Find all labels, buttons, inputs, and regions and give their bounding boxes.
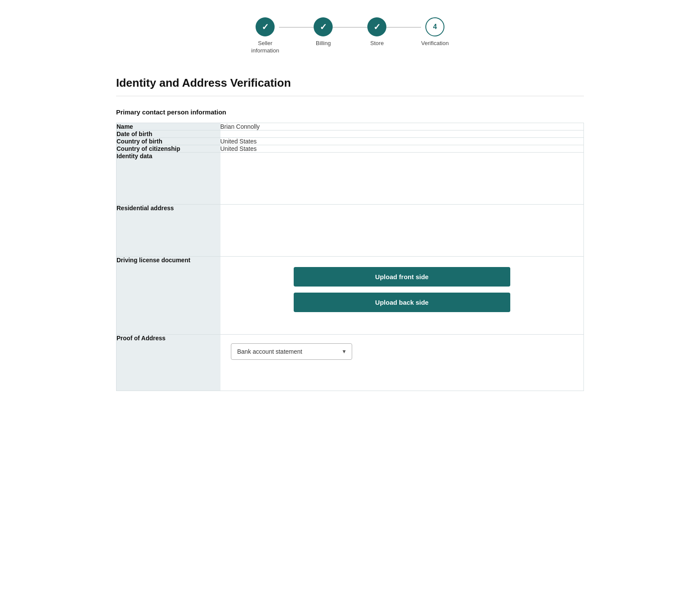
value-dob [220, 130, 584, 137]
step-label-1: Sellerinformation [251, 40, 279, 55]
step-label-4: Verification [421, 40, 449, 47]
step-circle-2: ✓ [314, 17, 333, 36]
label-identity: Identity data [117, 152, 220, 204]
step-label-3: Store [370, 40, 384, 47]
step-verification: 4 Verification [421, 17, 449, 47]
stepper: ✓ Sellerinformation ✓ Billing ✓ Store 4 … [116, 17, 584, 55]
label-driving-license: Driving license document [117, 256, 220, 334]
info-table: Name Brian Connolly Date of birth Countr… [116, 123, 584, 391]
page-title: Identity and Address Verification [116, 76, 584, 90]
step-label-2: Billing [316, 40, 331, 47]
step-number-4: 4 [433, 23, 437, 31]
table-row-country-birth: Country of birth United States [117, 137, 584, 145]
value-country-birth: United States [220, 137, 584, 145]
step-circle-1: ✓ [256, 17, 275, 36]
table-row-proof-address: Proof of Address Bank account statement … [117, 334, 584, 391]
check-icon-3: ✓ [373, 22, 381, 32]
value-address [220, 204, 584, 256]
step-circle-4: 4 [425, 17, 444, 36]
upload-back-button[interactable]: Upload back side [294, 293, 510, 312]
proof-select-wrapper: Bank account statement Utility bill Cred… [231, 343, 352, 360]
step-seller-info: ✓ Sellerinformation [251, 17, 279, 55]
value-identity [220, 152, 584, 204]
page-container: ✓ Sellerinformation ✓ Billing ✓ Store 4 … [99, 0, 601, 417]
proof-dropdown[interactable]: Bank account statement Utility bill Cred… [231, 343, 352, 360]
connector-2 [333, 27, 367, 28]
table-row-name: Name Brian Connolly [117, 123, 584, 130]
label-name: Name [117, 123, 220, 130]
step-billing: ✓ Billing [314, 17, 333, 47]
label-address: Residential address [117, 204, 220, 256]
label-dob: Date of birth [117, 130, 220, 137]
check-icon-1: ✓ [262, 22, 269, 32]
proof-area: Bank account statement Utility bill Cred… [220, 335, 584, 368]
label-proof-address: Proof of Address [117, 334, 220, 391]
table-row-identity: Identity data [117, 152, 584, 204]
step-store: ✓ Store [367, 17, 386, 47]
table-row-dob: Date of birth [117, 130, 584, 137]
value-driving-license: Upload front side Upload back side [220, 256, 584, 334]
table-row-address: Residential address [117, 204, 584, 256]
check-icon-2: ✓ [320, 22, 327, 32]
connector-3 [386, 27, 421, 28]
table-row-driving-license: Driving license document Upload front si… [117, 256, 584, 334]
value-name: Brian Connolly [220, 123, 584, 130]
step-circle-3: ✓ [367, 17, 386, 36]
connector-1 [279, 27, 314, 28]
upload-area: Upload front side Upload back side [220, 257, 584, 323]
label-citizenship: Country of citizenship [117, 145, 220, 152]
title-divider [116, 96, 584, 96]
section-heading: Primary contact person information [116, 108, 584, 116]
value-citizenship: United States [220, 145, 584, 152]
label-country-birth: Country of birth [117, 137, 220, 145]
table-row-citizenship: Country of citizenship United States [117, 145, 584, 152]
upload-front-button[interactable]: Upload front side [294, 267, 510, 287]
value-proof-address: Bank account statement Utility bill Cred… [220, 334, 584, 391]
